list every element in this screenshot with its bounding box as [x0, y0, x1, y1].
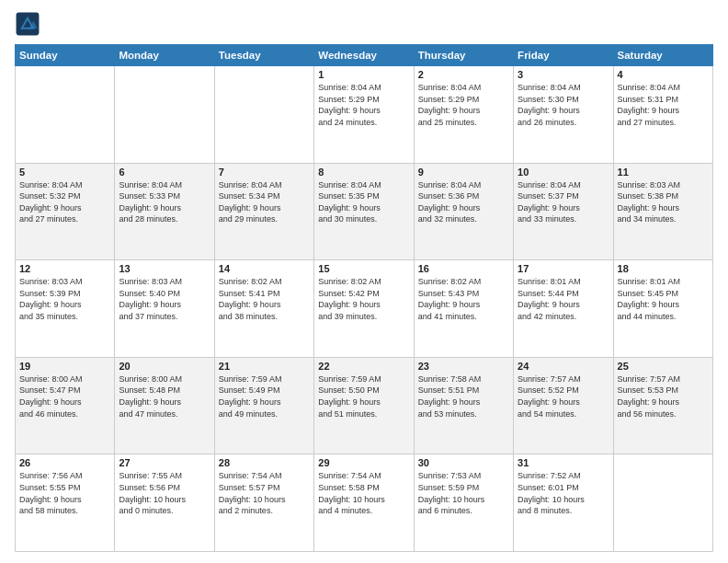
weekday-header-monday: Monday: [115, 45, 214, 66]
day-cell: [613, 454, 712, 552]
day-number: 27: [119, 457, 210, 468]
day-cell: 15Sunrise: 8:02 AM Sunset: 5:42 PM Dayli…: [314, 260, 414, 358]
svg-rect-0: [17, 13, 40, 36]
day-info: Sunrise: 8:04 AM Sunset: 5:29 PM Dayligh…: [418, 82, 509, 128]
day-number: 28: [219, 457, 310, 468]
day-cell: 20Sunrise: 8:00 AM Sunset: 5:48 PM Dayli…: [115, 357, 214, 454]
day-info: Sunrise: 7:57 AM Sunset: 5:52 PM Dayligh…: [518, 373, 609, 419]
day-number: 5: [19, 167, 110, 178]
header: [15, 11, 713, 37]
calendar-table: SundayMondayTuesdayWednesdayThursdayFrid…: [15, 44, 713, 552]
day-info: Sunrise: 8:04 AM Sunset: 5:32 PM Dayligh…: [19, 179, 110, 225]
week-row-4: 19Sunrise: 8:00 AM Sunset: 5:47 PM Dayli…: [16, 357, 713, 454]
day-number: 20: [119, 361, 210, 372]
day-cell: 30Sunrise: 7:53 AM Sunset: 5:59 PM Dayli…: [414, 454, 513, 552]
day-info: Sunrise: 8:03 AM Sunset: 5:40 PM Dayligh…: [119, 276, 210, 322]
day-number: 7: [219, 167, 310, 178]
day-cell: 4Sunrise: 8:04 AM Sunset: 5:31 PM Daylig…: [613, 66, 712, 164]
day-info: Sunrise: 8:02 AM Sunset: 5:41 PM Dayligh…: [219, 276, 310, 322]
day-cell: 16Sunrise: 8:02 AM Sunset: 5:43 PM Dayli…: [414, 260, 513, 358]
weekday-header-thursday: Thursday: [414, 45, 513, 66]
day-number: 8: [318, 167, 409, 178]
day-info: Sunrise: 8:04 AM Sunset: 5:31 PM Dayligh…: [618, 82, 709, 128]
day-number: 10: [518, 167, 609, 178]
day-cell: 7Sunrise: 8:04 AM Sunset: 5:34 PM Daylig…: [214, 163, 313, 260]
day-cell: 6Sunrise: 8:04 AM Sunset: 5:33 PM Daylig…: [115, 163, 214, 260]
day-cell: 27Sunrise: 7:55 AM Sunset: 5:56 PM Dayli…: [115, 454, 214, 552]
day-info: Sunrise: 7:54 AM Sunset: 5:57 PM Dayligh…: [219, 470, 310, 516]
day-number: 21: [219, 361, 310, 372]
day-cell: 8Sunrise: 8:04 AM Sunset: 5:35 PM Daylig…: [314, 163, 414, 260]
day-info: Sunrise: 8:00 AM Sunset: 5:47 PM Dayligh…: [19, 373, 110, 419]
day-number: 31: [518, 457, 609, 468]
day-cell: [16, 66, 115, 164]
day-cell: 28Sunrise: 7:54 AM Sunset: 5:57 PM Dayli…: [214, 454, 313, 552]
day-info: Sunrise: 8:04 AM Sunset: 5:36 PM Dayligh…: [418, 179, 509, 225]
day-number: 1: [318, 69, 409, 80]
day-info: Sunrise: 8:00 AM Sunset: 5:48 PM Dayligh…: [119, 373, 210, 419]
day-info: Sunrise: 7:54 AM Sunset: 5:58 PM Dayligh…: [318, 470, 409, 516]
day-number: 29: [318, 457, 409, 468]
day-info: Sunrise: 7:59 AM Sunset: 5:50 PM Dayligh…: [318, 373, 409, 419]
weekday-header-row: SundayMondayTuesdayWednesdayThursdayFrid…: [16, 45, 713, 66]
day-number: 6: [119, 167, 210, 178]
day-info: Sunrise: 7:59 AM Sunset: 5:49 PM Dayligh…: [219, 373, 310, 419]
day-info: Sunrise: 8:04 AM Sunset: 5:34 PM Dayligh…: [219, 179, 310, 225]
day-cell: 9Sunrise: 8:04 AM Sunset: 5:36 PM Daylig…: [414, 163, 513, 260]
day-info: Sunrise: 8:03 AM Sunset: 5:39 PM Dayligh…: [19, 276, 110, 322]
day-info: Sunrise: 8:02 AM Sunset: 5:43 PM Dayligh…: [418, 276, 509, 322]
day-cell: 25Sunrise: 7:57 AM Sunset: 5:53 PM Dayli…: [613, 357, 712, 454]
day-info: Sunrise: 7:55 AM Sunset: 5:56 PM Dayligh…: [119, 470, 210, 516]
day-number: 23: [418, 361, 509, 372]
day-number: 2: [418, 69, 509, 80]
day-number: 15: [318, 263, 409, 274]
day-number: 3: [518, 69, 609, 80]
day-number: 13: [119, 263, 210, 274]
day-info: Sunrise: 8:01 AM Sunset: 5:45 PM Dayligh…: [618, 276, 709, 322]
day-cell: 2Sunrise: 8:04 AM Sunset: 5:29 PM Daylig…: [414, 66, 513, 164]
day-cell: 18Sunrise: 8:01 AM Sunset: 5:45 PM Dayli…: [613, 260, 712, 358]
day-cell: [115, 66, 214, 164]
day-info: Sunrise: 7:58 AM Sunset: 5:51 PM Dayligh…: [418, 373, 509, 419]
day-cell: 24Sunrise: 7:57 AM Sunset: 5:52 PM Dayli…: [514, 357, 613, 454]
day-cell: 23Sunrise: 7:58 AM Sunset: 5:51 PM Dayli…: [414, 357, 513, 454]
logo-icon: [15, 11, 40, 37]
day-info: Sunrise: 7:52 AM Sunset: 6:01 PM Dayligh…: [518, 470, 609, 516]
day-cell: 10Sunrise: 8:04 AM Sunset: 5:37 PM Dayli…: [514, 163, 613, 260]
day-cell: 21Sunrise: 7:59 AM Sunset: 5:49 PM Dayli…: [214, 357, 313, 454]
day-cell: [214, 66, 313, 164]
day-cell: 1Sunrise: 8:04 AM Sunset: 5:29 PM Daylig…: [314, 66, 414, 164]
weekday-header-wednesday: Wednesday: [314, 45, 414, 66]
day-info: Sunrise: 8:02 AM Sunset: 5:42 PM Dayligh…: [318, 276, 409, 322]
day-number: 22: [318, 361, 409, 372]
day-info: Sunrise: 8:01 AM Sunset: 5:44 PM Dayligh…: [518, 276, 609, 322]
weekday-header-sunday: Sunday: [16, 45, 115, 66]
day-info: Sunrise: 8:04 AM Sunset: 5:33 PM Dayligh…: [119, 179, 210, 225]
day-info: Sunrise: 7:57 AM Sunset: 5:53 PM Dayligh…: [618, 373, 709, 419]
day-number: 18: [618, 263, 709, 274]
day-info: Sunrise: 8:03 AM Sunset: 5:38 PM Dayligh…: [618, 179, 709, 225]
day-info: Sunrise: 8:04 AM Sunset: 5:37 PM Dayligh…: [518, 179, 609, 225]
day-cell: 11Sunrise: 8:03 AM Sunset: 5:38 PM Dayli…: [613, 163, 712, 260]
day-info: Sunrise: 7:56 AM Sunset: 5:55 PM Dayligh…: [19, 470, 110, 516]
day-number: 9: [418, 167, 509, 178]
day-number: 25: [618, 361, 709, 372]
day-cell: 14Sunrise: 8:02 AM Sunset: 5:41 PM Dayli…: [214, 260, 313, 358]
day-number: 16: [418, 263, 509, 274]
week-row-5: 26Sunrise: 7:56 AM Sunset: 5:55 PM Dayli…: [16, 454, 713, 552]
day-number: 24: [518, 361, 609, 372]
day-number: 4: [618, 69, 709, 80]
week-row-3: 12Sunrise: 8:03 AM Sunset: 5:39 PM Dayli…: [16, 260, 713, 358]
day-cell: 12Sunrise: 8:03 AM Sunset: 5:39 PM Dayli…: [16, 260, 115, 358]
logo: [15, 11, 44, 37]
weekday-header-saturday: Saturday: [613, 45, 712, 66]
day-number: 30: [418, 457, 509, 468]
week-row-1: 1Sunrise: 8:04 AM Sunset: 5:29 PM Daylig…: [16, 66, 713, 164]
day-cell: 19Sunrise: 8:00 AM Sunset: 5:47 PM Dayli…: [16, 357, 115, 454]
day-info: Sunrise: 8:04 AM Sunset: 5:30 PM Dayligh…: [518, 82, 609, 128]
day-number: 11: [618, 167, 709, 178]
day-info: Sunrise: 7:53 AM Sunset: 5:59 PM Dayligh…: [418, 470, 509, 516]
day-number: 17: [518, 263, 609, 274]
day-cell: 13Sunrise: 8:03 AM Sunset: 5:40 PM Dayli…: [115, 260, 214, 358]
day-cell: 17Sunrise: 8:01 AM Sunset: 5:44 PM Dayli…: [514, 260, 613, 358]
